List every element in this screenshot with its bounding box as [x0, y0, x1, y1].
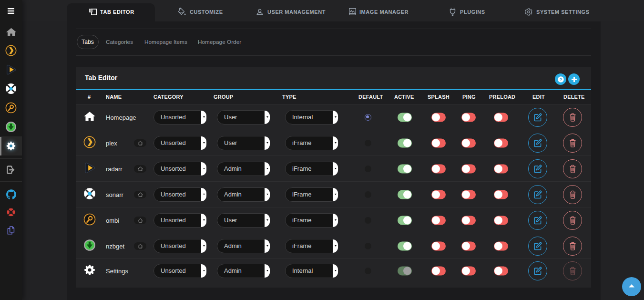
svg-text:?: ? — [559, 77, 562, 82]
